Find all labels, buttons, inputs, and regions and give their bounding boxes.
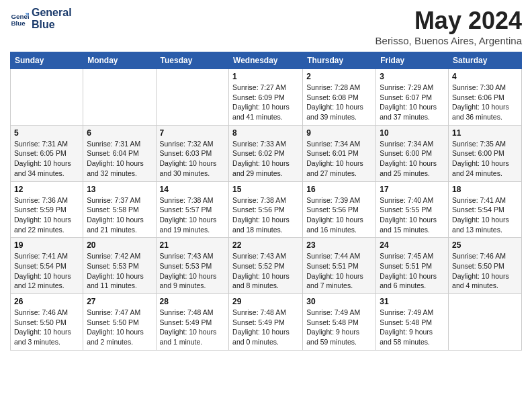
day-number: 20 xyxy=(87,240,152,250)
day-number: 13 xyxy=(87,185,152,194)
day-detail: Sunrise: 7:28 AM Sunset: 6:08 PM Dayligh… xyxy=(306,83,372,122)
day-detail: Sunrise: 7:31 AM Sunset: 6:05 PM Dayligh… xyxy=(14,139,79,179)
calendar-cell: 26Sunrise: 7:46 AM Sunset: 5:50 PM Dayli… xyxy=(11,294,83,351)
calendar-cell: 5Sunrise: 7:31 AM Sunset: 6:05 PM Daylig… xyxy=(11,125,83,181)
calendar-cell: 31Sunrise: 7:49 AM Sunset: 5:48 PM Dayli… xyxy=(376,294,449,351)
page-header: General Blue General Blue May 2024 Beris… xyxy=(10,7,522,46)
calendar-cell: 15Sunrise: 7:38 AM Sunset: 5:56 PM Dayli… xyxy=(229,181,303,238)
calendar-cell: 12Sunrise: 7:36 AM Sunset: 5:59 PM Dayli… xyxy=(11,181,83,238)
logo-blue: Blue xyxy=(32,19,72,31)
logo: General Blue General Blue xyxy=(10,7,72,31)
day-number: 14 xyxy=(160,185,226,194)
day-detail: Sunrise: 7:37 AM Sunset: 5:58 PM Dayligh… xyxy=(87,195,152,235)
location: Berisso, Buenos Aires, Argentina xyxy=(375,35,522,46)
calendar-table: SundayMondayTuesdayWednesdayThursdayFrid… xyxy=(10,52,522,351)
calendar-cell: 2Sunrise: 7:28 AM Sunset: 6:08 PM Daylig… xyxy=(303,69,376,126)
day-number: 28 xyxy=(160,297,226,306)
calendar-cell: 29Sunrise: 7:48 AM Sunset: 5:49 PM Dayli… xyxy=(229,294,303,351)
day-detail: Sunrise: 7:41 AM Sunset: 5:54 PM Dayligh… xyxy=(14,251,79,291)
day-header-friday: Friday xyxy=(376,52,449,69)
day-number: 24 xyxy=(380,240,445,250)
logo-general: General xyxy=(32,7,72,19)
day-detail: Sunrise: 7:46 AM Sunset: 5:50 PM Dayligh… xyxy=(452,251,518,291)
calendar-header-row: SundayMondayTuesdayWednesdayThursdayFrid… xyxy=(11,52,522,69)
month-title: May 2024 xyxy=(375,7,522,35)
svg-text:Blue: Blue xyxy=(11,19,26,27)
calendar-cell: 30Sunrise: 7:49 AM Sunset: 5:48 PM Dayli… xyxy=(303,294,376,351)
calendar-cell xyxy=(11,69,83,126)
day-number: 29 xyxy=(232,297,299,306)
day-number: 31 xyxy=(380,297,445,306)
day-detail: Sunrise: 7:34 AM Sunset: 6:00 PM Dayligh… xyxy=(380,139,445,179)
day-number: 11 xyxy=(452,128,518,138)
day-detail: Sunrise: 7:27 AM Sunset: 6:09 PM Dayligh… xyxy=(232,83,299,122)
day-detail: Sunrise: 7:33 AM Sunset: 6:02 PM Dayligh… xyxy=(232,139,299,179)
day-detail: Sunrise: 7:42 AM Sunset: 5:53 PM Dayligh… xyxy=(87,251,152,291)
day-header-monday: Monday xyxy=(83,52,156,69)
day-detail: Sunrise: 7:46 AM Sunset: 5:50 PM Dayligh… xyxy=(14,308,79,347)
day-number: 10 xyxy=(380,128,445,138)
day-number: 25 xyxy=(452,240,518,250)
day-detail: Sunrise: 7:36 AM Sunset: 5:59 PM Dayligh… xyxy=(14,195,79,235)
day-number: 6 xyxy=(87,128,152,138)
calendar-cell: 18Sunrise: 7:41 AM Sunset: 5:54 PM Dayli… xyxy=(449,181,522,238)
calendar-cell: 8Sunrise: 7:33 AM Sunset: 6:02 PM Daylig… xyxy=(229,125,303,181)
calendar-week-row: 19Sunrise: 7:41 AM Sunset: 5:54 PM Dayli… xyxy=(11,238,522,294)
day-detail: Sunrise: 7:35 AM Sunset: 6:00 PM Dayligh… xyxy=(452,139,518,179)
calendar-cell: 22Sunrise: 7:43 AM Sunset: 5:52 PM Dayli… xyxy=(229,238,303,294)
day-number: 23 xyxy=(306,240,372,250)
calendar-cell: 25Sunrise: 7:46 AM Sunset: 5:50 PM Dayli… xyxy=(449,238,522,294)
calendar-cell: 6Sunrise: 7:31 AM Sunset: 6:04 PM Daylig… xyxy=(83,125,156,181)
day-number: 5 xyxy=(14,128,79,138)
day-detail: Sunrise: 7:45 AM Sunset: 5:51 PM Dayligh… xyxy=(380,251,445,291)
calendar-week-row: 26Sunrise: 7:46 AM Sunset: 5:50 PM Dayli… xyxy=(11,294,522,351)
calendar-cell: 21Sunrise: 7:43 AM Sunset: 5:53 PM Dayli… xyxy=(156,238,229,294)
calendar-cell: 11Sunrise: 7:35 AM Sunset: 6:00 PM Dayli… xyxy=(449,125,522,181)
calendar-cell xyxy=(156,69,229,126)
day-detail: Sunrise: 7:49 AM Sunset: 5:48 PM Dayligh… xyxy=(380,308,445,347)
day-header-wednesday: Wednesday xyxy=(229,52,303,69)
day-detail: Sunrise: 7:47 AM Sunset: 5:50 PM Dayligh… xyxy=(87,308,152,347)
calendar-cell: 3Sunrise: 7:29 AM Sunset: 6:07 PM Daylig… xyxy=(376,69,449,126)
day-detail: Sunrise: 7:41 AM Sunset: 5:54 PM Dayligh… xyxy=(452,195,518,235)
day-number: 17 xyxy=(380,185,445,194)
day-detail: Sunrise: 7:29 AM Sunset: 6:07 PM Dayligh… xyxy=(380,83,445,122)
day-number: 12 xyxy=(14,185,79,194)
day-detail: Sunrise: 7:43 AM Sunset: 5:53 PM Dayligh… xyxy=(160,251,226,291)
day-number: 21 xyxy=(160,240,226,250)
day-number: 2 xyxy=(306,72,372,81)
day-header-saturday: Saturday xyxy=(449,52,522,69)
day-number: 1 xyxy=(232,72,299,81)
day-detail: Sunrise: 7:31 AM Sunset: 6:04 PM Dayligh… xyxy=(87,139,152,179)
calendar-cell: 23Sunrise: 7:44 AM Sunset: 5:51 PM Dayli… xyxy=(303,238,376,294)
calendar-cell: 19Sunrise: 7:41 AM Sunset: 5:54 PM Dayli… xyxy=(11,238,83,294)
day-number: 4 xyxy=(452,72,518,81)
calendar-cell: 24Sunrise: 7:45 AM Sunset: 5:51 PM Dayli… xyxy=(376,238,449,294)
calendar-cell: 10Sunrise: 7:34 AM Sunset: 6:00 PM Dayli… xyxy=(376,125,449,181)
title-block: May 2024 Berisso, Buenos Aires, Argentin… xyxy=(375,7,522,46)
calendar-cell: 4Sunrise: 7:30 AM Sunset: 6:06 PM Daylig… xyxy=(449,69,522,126)
calendar-cell: 20Sunrise: 7:42 AM Sunset: 5:53 PM Dayli… xyxy=(83,238,156,294)
day-number: 18 xyxy=(452,185,518,194)
day-header-tuesday: Tuesday xyxy=(156,52,229,69)
calendar-cell: 16Sunrise: 7:39 AM Sunset: 5:56 PM Dayli… xyxy=(303,181,376,238)
day-detail: Sunrise: 7:43 AM Sunset: 5:52 PM Dayligh… xyxy=(232,251,299,291)
day-number: 9 xyxy=(306,128,372,138)
day-detail: Sunrise: 7:39 AM Sunset: 5:56 PM Dayligh… xyxy=(306,195,372,235)
day-detail: Sunrise: 7:48 AM Sunset: 5:49 PM Dayligh… xyxy=(160,308,226,347)
calendar-week-row: 5Sunrise: 7:31 AM Sunset: 6:05 PM Daylig… xyxy=(11,125,522,181)
day-number: 7 xyxy=(160,128,226,138)
calendar-cell: 28Sunrise: 7:48 AM Sunset: 5:49 PM Dayli… xyxy=(156,294,229,351)
day-number: 15 xyxy=(232,185,299,194)
logo-icon: General Blue xyxy=(10,9,29,28)
day-detail: Sunrise: 7:30 AM Sunset: 6:06 PM Dayligh… xyxy=(452,83,518,122)
day-detail: Sunrise: 7:38 AM Sunset: 5:57 PM Dayligh… xyxy=(160,195,226,235)
day-number: 8 xyxy=(232,128,299,138)
day-header-thursday: Thursday xyxy=(303,52,376,69)
calendar-week-row: 1Sunrise: 7:27 AM Sunset: 6:09 PM Daylig… xyxy=(11,69,522,126)
calendar-cell xyxy=(83,69,156,126)
calendar-cell: 14Sunrise: 7:38 AM Sunset: 5:57 PM Dayli… xyxy=(156,181,229,238)
day-detail: Sunrise: 7:32 AM Sunset: 6:03 PM Dayligh… xyxy=(160,139,226,179)
day-number: 19 xyxy=(14,240,79,250)
day-number: 22 xyxy=(232,240,299,250)
